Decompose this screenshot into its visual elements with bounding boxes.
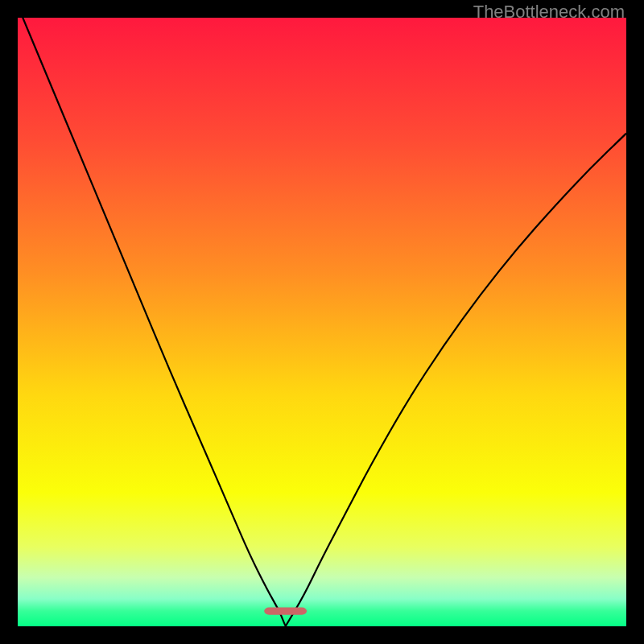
gradient-background <box>18 18 626 626</box>
minimum-marker <box>264 608 307 615</box>
watermark-text: TheBottleneck.com <box>473 2 625 23</box>
bottleneck-chart <box>18 18 626 626</box>
chart-plot-area <box>18 18 626 626</box>
